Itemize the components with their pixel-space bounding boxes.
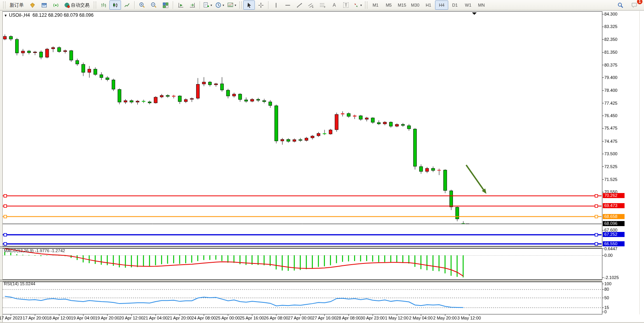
zoom-out-button[interactable] <box>148 0 160 10</box>
macd-values: -1.9776 -1.2742 <box>35 248 65 253</box>
level-price-badge[interactable]: 70.262 <box>603 193 625 198</box>
timeframe-button-m30[interactable]: M30 <box>409 0 422 10</box>
level-price-badge[interactable]: 67.252 <box>603 232 625 237</box>
tile-windows-button[interactable] <box>160 0 171 10</box>
macd-axis-label: 0.00 <box>604 253 612 258</box>
dropdown-caret: ▾ <box>235 4 236 7</box>
rsi-value: 15.0244 <box>20 281 35 286</box>
globe-icon <box>64 2 70 8</box>
terminal-window: 新订单 自动交易 <box>0 0 644 323</box>
fibonacci-button[interactable]: F <box>317 0 328 10</box>
chart-title: ▼USOil-,H4 68.122 68.290 68.079 68.096 <box>4 12 93 18</box>
timeframe-bar: M1M5M15M30H1H4D1W1MN <box>369 0 488 10</box>
rsi-axis-label: 0 <box>604 309 607 314</box>
timeframe-button-m1[interactable]: M1 <box>369 0 382 10</box>
arrows-button[interactable]: ▾ <box>352 0 363 10</box>
rsi-axis-label: 100 <box>604 281 611 286</box>
macd-axis-label: 0.6447 <box>604 246 618 251</box>
rsi-name: RSI(14) <box>4 281 19 286</box>
macd-indicator-label: MACD(12,26,9) -1.9776 -1.2742 <box>4 248 65 253</box>
market-watch-icon[interactable] <box>26 0 38 10</box>
text-button[interactable]: A <box>328 0 340 10</box>
rsi-indicator-label: RSI(14) 15.0244 <box>4 281 35 286</box>
search-icon[interactable] <box>614 0 626 10</box>
dropdown-caret: ▾ <box>360 4 362 7</box>
auto-scroll-button[interactable] <box>175 0 186 10</box>
chart-plot-area[interactable] <box>0 11 644 323</box>
periods-button[interactable]: ▾ <box>214 0 226 10</box>
timeframe-button-mn[interactable]: MN <box>475 0 488 10</box>
timeframe-button-h4[interactable]: H4 <box>435 0 448 10</box>
auto-trading-label: 自动交易 <box>71 2 89 9</box>
level-price-badge[interactable]: 66.550 <box>603 241 625 246</box>
chart-menu-icon[interactable]: ▼ <box>4 14 7 18</box>
chart-ohlc-values: 68.122 68.290 68.079 68.096 <box>33 12 94 18</box>
new-order-button[interactable]: 新订单 <box>7 0 26 10</box>
toolbar-right-tools: 1 <box>614 0 642 10</box>
zoom-in-button[interactable] <box>136 0 148 10</box>
svg-text:F: F <box>324 6 326 8</box>
rsi-axis-label: 50 <box>604 295 609 300</box>
price-tick-label: 84.300 <box>604 12 618 16</box>
toolbar-separator <box>134 1 135 9</box>
equidistant-channel-button[interactable]: E <box>305 0 317 10</box>
bar-chart-button[interactable] <box>98 0 109 10</box>
navigator-icon[interactable] <box>38 0 50 10</box>
timeframe-button-m5[interactable]: M5 <box>382 0 395 10</box>
price-tick-label: 82.350 <box>604 37 618 42</box>
level-price-badge[interactable]: 68.658 <box>603 214 625 219</box>
time-tick-label: 3 May 12:00 <box>451 316 488 320</box>
main-toolbar: 新订单 自动交易 <box>0 0 644 11</box>
dropdown-caret: ▾ <box>223 4 224 7</box>
horizontal-line-button[interactable] <box>282 0 293 10</box>
price-tick-label: 80.375 <box>604 63 618 67</box>
price-tick-label: 71.525 <box>604 177 618 182</box>
auto-trading-button[interactable]: 自动交易 <box>61 0 92 10</box>
timeframe-button-w1[interactable]: W1 <box>462 0 475 10</box>
macd-pane-separator[interactable] <box>0 246 602 248</box>
price-tick-label: 75.475 <box>604 126 618 130</box>
price-tick-label: 72.525 <box>604 164 618 169</box>
line-chart-button[interactable] <box>121 0 133 10</box>
toolbar-separator <box>173 1 173 9</box>
macd-axis-label: -2.1025 <box>604 275 619 280</box>
level-price-badge[interactable]: 69.473 <box>603 203 625 208</box>
cursor-button[interactable] <box>243 0 255 10</box>
chart-shift-button[interactable] <box>186 0 198 10</box>
window-left-edge <box>0 11 3 323</box>
price-tick-label: 76.450 <box>604 113 618 118</box>
price-tick-label: 77.425 <box>604 101 618 105</box>
price-tick-label: 81.350 <box>604 50 618 54</box>
vertical-line-button[interactable] <box>270 0 282 10</box>
timeframe-button-h1[interactable]: H1 <box>422 0 435 10</box>
templates-button[interactable]: ▾ <box>226 0 238 10</box>
toolbar-separator <box>268 1 268 9</box>
svg-text:E: E <box>312 6 314 8</box>
crosshair-button[interactable] <box>255 0 267 10</box>
toolbar-grip <box>94 2 96 9</box>
time-axis[interactable]: 17 Apr 202317 Apr 20:0018 Apr 12:0019 Ap… <box>0 314 602 322</box>
indicators-button[interactable]: ▾ <box>202 0 214 10</box>
price-axis[interactable]: 84.30083.32582.35081.35080.37579.40078.4… <box>602 11 644 314</box>
dropdown-caret: ▾ <box>211 4 212 7</box>
toolbar-grip <box>239 2 242 9</box>
price-tick-label: 78.400 <box>604 88 618 93</box>
candlestick-chart-button[interactable] <box>109 0 121 10</box>
text-label-button[interactable]: T <box>340 0 352 10</box>
trendline-button[interactable] <box>293 0 305 10</box>
notification-badge: 1 <box>637 0 642 4</box>
rsi-pane-separator[interactable] <box>0 280 602 282</box>
macd-name: MACD(12,26,9) <box>4 248 33 253</box>
notifications-icon[interactable]: 1 <box>628 0 640 10</box>
current-price-badge: 68.096 <box>603 221 625 226</box>
chart-symbol-label: USOil-,H4 <box>9 12 30 18</box>
toolbar-grip <box>365 2 367 9</box>
rsi-axis-label: 80 <box>604 287 609 291</box>
toolbar-separator <box>200 1 200 9</box>
signals-icon[interactable] <box>50 0 61 10</box>
gold-diamond-icon <box>30 2 35 8</box>
timeframe-button-m15[interactable]: M15 <box>395 0 409 10</box>
price-tick-label: 74.475 <box>604 139 618 144</box>
timeframe-button-d1[interactable]: D1 <box>448 0 462 10</box>
price-tick-label: 73.500 <box>604 151 618 156</box>
